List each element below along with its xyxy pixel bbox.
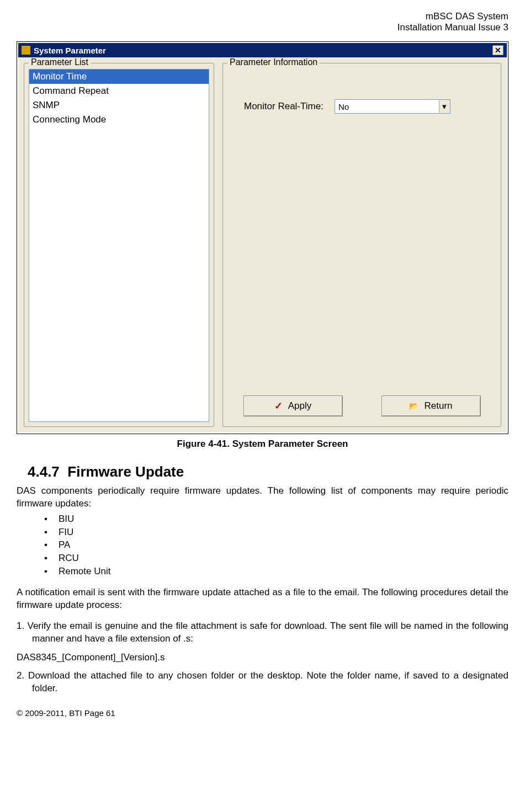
parameter-list-legend: Parameter List [29,57,91,67]
parameter-info-content: Monitor Real-Time: No ▾ [227,69,496,384]
close-button[interactable]: ✕ [492,45,503,55]
parameter-info-group: Parameter Information Monitor Real-Time:… [222,63,501,427]
list-item[interactable]: Connecting Mode [29,113,209,127]
section-number: 4.4.7 [28,463,60,480]
chevron-down-icon: ▾ [439,100,450,113]
close-icon: ✕ [495,46,501,55]
window-title: System Parameter [34,46,106,55]
list-item: BIU [44,512,508,526]
section-heading: 4.4.7 Firmware Update [28,463,508,480]
apply-label: Apply [288,400,312,412]
header-line-1: mBSC DAS System [17,11,508,22]
section-title: Firmware Update [67,463,184,480]
step-1: 1. Verify the email is genuine and the f… [17,620,508,645]
list-item[interactable]: Monitor Time [29,70,209,84]
window-icon [22,46,30,55]
parameter-listbox[interactable]: Monitor Time Command Repeat SNMP Connect… [29,69,209,422]
notification-paragraph: A notification email is sent with the fi… [17,586,508,612]
intro-paragraph: DAS components periodically require firm… [17,485,508,510]
list-item[interactable]: SNMP [29,98,209,113]
page-footer: © 2009-2011, BTI Page 61 [17,708,508,718]
figure-caption: Figure 4-41. System Parameter Screen [17,439,508,450]
monitor-realtime-dropdown[interactable]: No ▾ [335,99,450,114]
return-icon: 📂 [409,402,418,410]
dropdown-value: No [338,102,349,111]
step-2: 2. Download the attached file to any cho… [17,670,508,695]
return-label: Return [424,400,452,412]
dialog-body: Parameter List Monitor Time Command Repe… [18,57,507,432]
page-header: mBSC DAS System Installation Manual Issu… [17,11,508,33]
check-icon: ✓ [274,400,283,412]
list-item[interactable]: Command Repeat [29,84,209,98]
button-row: ✓ Apply 📂 Return [227,384,496,422]
header-line-2: Installation Manual Issue 3 [17,22,508,33]
screenshot-container: System Parameter ✕ Parameter List Monito… [17,41,508,434]
monitor-realtime-label: Monitor Real-Time: [244,101,324,112]
list-item: Remote Unit [44,565,508,578]
list-item: RCU [44,552,508,565]
apply-button[interactable]: ✓ Apply [243,396,343,416]
window-titlebar: System Parameter ✕ [18,43,507,57]
list-item: PA [44,538,508,552]
component-list: BIU FIU PA RCU Remote Unit [44,512,508,578]
list-item: FIU [44,526,508,539]
parameter-info-legend: Parameter Information [227,57,320,67]
filename-pattern: DAS8345_[Component]_[Version].s [17,652,508,663]
parameter-list-group: Parameter List Monitor Time Command Repe… [24,63,214,427]
monitor-realtime-row: Monitor Real-Time: No ▾ [227,99,496,114]
return-button[interactable]: 📂 Return [381,396,481,416]
